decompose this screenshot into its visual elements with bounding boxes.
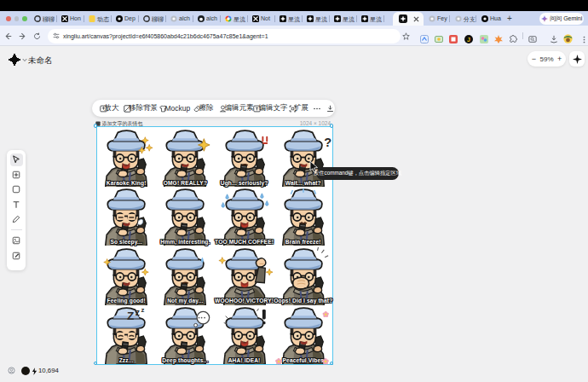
- svg-text:Z: Z: [127, 309, 134, 321]
- svg-text:z: z: [141, 306, 145, 314]
- svg-text:z: z: [135, 307, 140, 317]
- svg-text:J: J: [467, 37, 470, 43]
- svg-text:?: ?: [324, 136, 331, 149]
